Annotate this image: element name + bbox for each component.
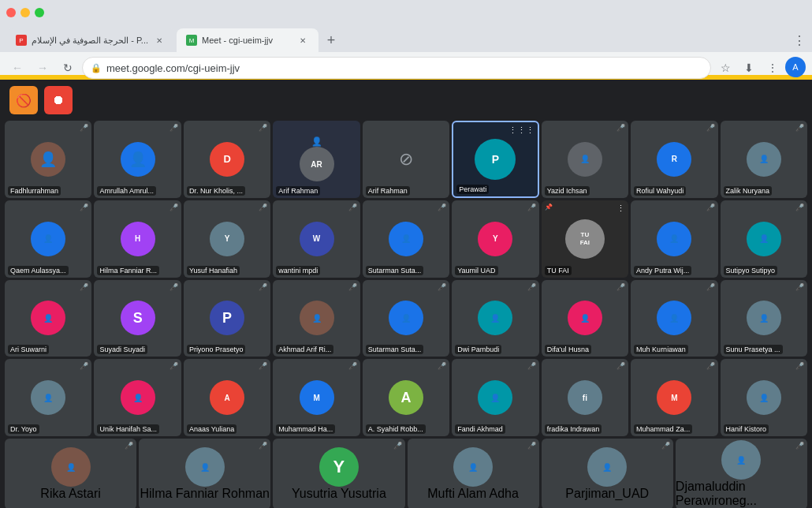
- participant-name-23: Dwi Pambudi: [455, 345, 501, 354]
- record-button[interactable]: ⏺: [44, 86, 73, 114]
- participant-cell-fradika: 🎤 fi fradika Indrawan: [542, 359, 628, 436]
- participant-cell-ari: 🎤 👤 Ari Suwarni: [5, 280, 91, 357]
- participant-name-2: Dr. Nur Kholis, ...: [187, 186, 245, 196]
- mute-icon-23: 🎤: [527, 283, 536, 291]
- participant-name-33: fradika Indrawan: [545, 424, 602, 434]
- mute-icon-34: 🎤: [706, 362, 715, 370]
- avatar-0: 👤: [31, 142, 65, 177]
- participant-cell-sutarman: 🎤 👤 Sutarman Suta...: [363, 200, 449, 278]
- participant-cell-mufti: 🎤 👤 Mufti Alam Adha: [408, 439, 539, 508]
- mute-icon-36: 🎤: [125, 442, 133, 450]
- participant-cell-dwi: 🎤 👤 Dwi Pambudi: [452, 280, 538, 357]
- participant-cell-anaas: 🎤 A Anaas Yuliana: [184, 359, 270, 436]
- participant-name-38: Yusutria Yusutria: [292, 487, 386, 501]
- participant-cell-sutipyo: 🎤 👤 Sutipyo Sutipyo: [721, 200, 807, 278]
- tab-close-pdf[interactable]: ✕: [153, 34, 166, 47]
- tab-title-pdf: الحرجة الصوفية في الإسلام - P...: [32, 35, 148, 46]
- address-bar[interactable]: 🔒 meet.google.com/cgi-ueim-jjv: [82, 57, 711, 79]
- participant-cell-suyadi: 🎤 S Suyadi Suyadi: [94, 280, 181, 357]
- participant-name-4: Arif Rahman: [366, 186, 410, 196]
- participant-name-24: Difa'ul Husna: [545, 345, 591, 354]
- mute-icon-7: 🎤: [706, 124, 715, 132]
- participant-name-15: TU FAI: [545, 266, 572, 275]
- new-tab-button[interactable]: +: [320, 28, 342, 52]
- participant-name-20: Priyono Prasetyo: [187, 345, 246, 354]
- avatar-3: AR: [300, 147, 334, 181]
- avatar-7: R: [657, 142, 691, 177]
- participant-cell-arif-rahman: 👤 AR Arif Rahman: [273, 121, 359, 198]
- avatar-5: P: [475, 139, 516, 180]
- avatar-36: 👤: [51, 447, 91, 487]
- participant-cell-amrullah: 🎤 👤 Amrullah Amrul...: [94, 121, 181, 198]
- minimize-button[interactable]: [20, 8, 30, 17]
- download-button[interactable]: ⬇: [738, 57, 760, 79]
- mute-icon-29: 🎤: [259, 362, 267, 370]
- participant-cell-difa: 🎤 👤 Difa'ul Husna: [542, 280, 628, 357]
- mute-icon-40: 🎤: [661, 442, 670, 450]
- avatar-27: 👤: [31, 380, 65, 415]
- mute-icon-16: 🎤: [706, 204, 715, 211]
- mute-icon-18: 🎤: [80, 283, 88, 291]
- video-grid: 🎤 👤 Fadhlurrahman 🎤 👤 Amrullah Amrul... …: [0, 121, 812, 436]
- avatar-32: 👤: [478, 380, 512, 415]
- avatar-22: 👤: [389, 301, 423, 335]
- participant-cell-yaumil: 🎤 Y Yaumil UAD: [452, 200, 538, 278]
- more-button[interactable]: ⋮: [762, 57, 784, 79]
- participant-cell-yazid: 🎤 👤 Yazid Ichsan: [542, 121, 628, 198]
- mute-icon-21: 🎤: [348, 283, 357, 291]
- participant-cell-arif-rahman-2: ⊘ Arif Rahman: [363, 121, 449, 198]
- mute-icon-19: 🎤: [169, 283, 178, 291]
- avatar-41: 👤: [721, 440, 761, 480]
- avatar-20: P: [210, 301, 244, 335]
- participant-name-6: Yazid Ichsan: [545, 186, 590, 196]
- participant-name-30: Muhammad Ha...: [276, 424, 335, 434]
- avatar-29: A: [210, 380, 244, 415]
- mute-icon-13: 🎤: [438, 204, 446, 211]
- lock-icon: 🔒: [91, 63, 102, 73]
- mute-icon-32: 🎤: [527, 362, 536, 370]
- participant-name-19: Suyadi Suyadi: [97, 345, 147, 354]
- avatar-26: 👤: [747, 301, 781, 335]
- tab-meet[interactable]: M Meet - cgi-ueim-jjv ✕: [177, 28, 318, 52]
- participant-name-10: Hilma Fanniar R...: [97, 266, 159, 275]
- avatar-11: Y: [210, 222, 244, 256]
- mute-icon-2: 🎤: [259, 124, 267, 132]
- participant-cell-djamaluddin: 🎤 👤 Djamaluddin Perawironeg...: [676, 439, 807, 508]
- mute-icon-24: 🎤: [616, 283, 625, 291]
- refresh-button[interactable]: ↻: [57, 57, 79, 79]
- options-icon-5[interactable]: ⋮⋮⋮: [508, 125, 535, 136]
- back-button[interactable]: ←: [6, 57, 28, 79]
- tab-pdf[interactable]: P الحرجة الصوفية في الإسلام - P... ✕: [6, 28, 175, 52]
- mute-icon-27: 🎤: [80, 362, 88, 370]
- mute-icon-20: 🎤: [259, 283, 267, 291]
- participant-name-39: Mufti Alam Adha: [427, 487, 519, 501]
- mute-icon-10: 🎤: [169, 204, 178, 211]
- avatar-31: A: [389, 380, 423, 415]
- options-icon-15[interactable]: ⋮: [616, 204, 625, 214]
- mute-icon-26: 🎤: [795, 283, 804, 291]
- screen-share-off-icon[interactable]: 🚫: [9, 86, 38, 114]
- mute-icon-41: 🎤: [795, 442, 804, 450]
- tab-close-meet[interactable]: ✕: [296, 34, 309, 47]
- avatar-1: 👤: [121, 142, 155, 177]
- avatar-38: Y: [319, 447, 359, 487]
- participant-name-41: Djamaluddin Perawironeg...: [676, 480, 807, 508]
- tab-favicon-meet: M: [186, 35, 197, 46]
- forward-button[interactable]: →: [32, 57, 54, 79]
- top-icons: 🚫 ⏺: [0, 80, 812, 121]
- nav-actions: ☆ ⬇ ⋮ A: [714, 57, 806, 79]
- maximize-button[interactable]: [35, 8, 44, 17]
- tab-favicon-pdf: P: [16, 35, 27, 46]
- close-button[interactable]: [6, 8, 16, 17]
- participant-cell-fadhlurrahman: 🎤 👤 Fadhlurrahman: [5, 121, 91, 198]
- participant-cell-yusuf: 🎤 Y Yusuf Hanafiah: [184, 200, 270, 278]
- participant-cell-muh-kurniawan: 🎤 👤 Muh Kurniawan: [631, 280, 717, 357]
- tab-options[interactable]: ⋮: [793, 28, 812, 52]
- bookmark-star-button[interactable]: ☆: [714, 57, 736, 79]
- profile-button[interactable]: A: [785, 57, 806, 77]
- participant-name-26: Sunu Prasetya ...: [724, 345, 783, 354]
- participant-cell-yusutria: 🎤 Y Yusutria Yusutria: [273, 439, 404, 508]
- avatar-25: 👤: [657, 301, 691, 335]
- participant-name-25: Muh Kurniawan: [634, 345, 688, 354]
- mute-icon-35: 🎤: [795, 362, 804, 370]
